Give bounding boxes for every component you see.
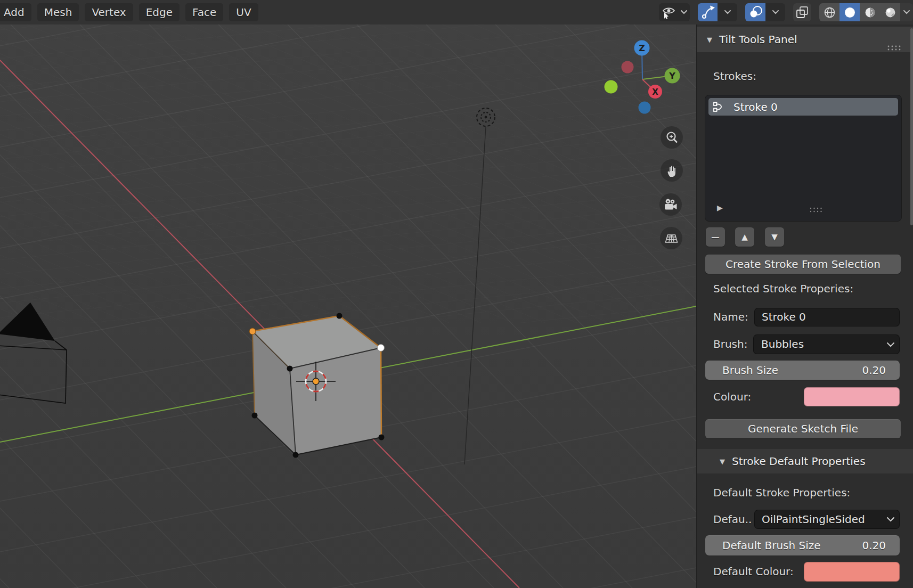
- chevron-down-icon[interactable]: [900, 3, 913, 21]
- chevron-down-icon: [887, 517, 894, 522]
- default-brush-size-slider[interactable]: Default Brush Size 0.20: [705, 535, 900, 556]
- hand-icon: [665, 164, 679, 177]
- camera-icon: [663, 198, 678, 211]
- default-stroke-properties-label: Default Stroke Properties:: [713, 486, 850, 499]
- default-brush-select-value: OilPaintSingleSided: [762, 513, 865, 526]
- default-brush-label: Defau..: [713, 510, 753, 529]
- selected-vertex[interactable]: [249, 328, 256, 334]
- camera-view-button[interactable]: [659, 193, 682, 216]
- proportional-editing-icon[interactable]: [745, 3, 765, 21]
- menu-mesh[interactable]: Mesh: [37, 3, 79, 21]
- shading-solid-icon[interactable]: [839, 3, 860, 21]
- selected-edge: [381, 348, 381, 437]
- gizmo-neg-z-ball[interactable]: [639, 102, 651, 114]
- move-stroke-down-button[interactable]: ▼: [765, 227, 784, 247]
- list-resize-grip-icon[interactable]: [810, 207, 822, 213]
- default-colour-label: Default Colour:: [713, 562, 794, 582]
- panel-drag-dots-icon[interactable]: [887, 45, 902, 51]
- gizmo-x-label: X: [652, 87, 658, 97]
- chevron-down-icon: [887, 342, 894, 347]
- triangle-down-icon: ▼: [771, 232, 778, 242]
- edit-mode-menus: Add Mesh Vertex Edge Face UV: [0, 3, 258, 21]
- active-vertex[interactable]: [378, 345, 385, 352]
- snap-arc-icon[interactable]: [698, 3, 718, 21]
- gizmo-neg-y-ball[interactable]: [605, 80, 618, 94]
- chevron-down-icon[interactable]: [718, 3, 737, 21]
- list-filter-toggle-icon[interactable]: ▶: [717, 203, 723, 212]
- vertex[interactable]: [293, 452, 299, 458]
- brush-select[interactable]: Bubbles: [753, 334, 900, 354]
- vertex[interactable]: [287, 366, 293, 372]
- colour-swatch[interactable]: [804, 387, 900, 406]
- colour-label: Colour:: [713, 387, 751, 406]
- shading-wireframe-icon[interactable]: [819, 3, 839, 21]
- brush-size-value: 0.20: [862, 364, 886, 377]
- name-label: Name:: [713, 308, 748, 326]
- stroke-curve-icon: [712, 101, 725, 113]
- vertex[interactable]: [337, 313, 343, 319]
- menu-vertex[interactable]: Vertex: [85, 3, 133, 21]
- tilt-tools-panel: ▼ Tilt Tools Panel Strokes: Stroke 0 ▶: [696, 24, 913, 588]
- stroke-item-label: Stroke 0: [733, 101, 778, 113]
- menu-uv[interactable]: UV: [229, 3, 258, 21]
- selected-stroke-properties-label: Selected Stroke Properies:: [713, 282, 853, 295]
- gizmo-neg-x-ball[interactable]: [622, 61, 634, 74]
- create-stroke-button[interactable]: Create Stroke From Selection: [705, 255, 901, 274]
- vertex[interactable]: [252, 413, 258, 419]
- shading-rendered-icon[interactable]: [880, 3, 900, 21]
- brush-size-label: Brush Size: [722, 364, 778, 377]
- snap-group: [698, 3, 737, 21]
- vertex[interactable]: [379, 435, 385, 440]
- triangle-up-icon: ▲: [741, 232, 748, 242]
- stroke-defaults-subpanel-header[interactable]: ▼ Stroke Default Properties: [697, 449, 913, 473]
- panel-header[interactable]: ▼ Tilt Tools Panel: [697, 27, 913, 52]
- chevron-down-icon[interactable]: [765, 3, 785, 21]
- default-brush-size-label: Default Brush Size: [722, 539, 821, 552]
- default-colour-swatch[interactable]: [804, 562, 900, 582]
- stroke-list-item[interactable]: Stroke 0: [708, 98, 898, 116]
- viewport-shading-group: [819, 3, 913, 21]
- magnifier-plus-icon: [665, 130, 679, 144]
- stroke-name-input[interactable]: Stroke 0: [754, 308, 900, 326]
- menu-edge[interactable]: Edge: [139, 3, 180, 21]
- toggle-grid-button[interactable]: [660, 227, 682, 249]
- viewport-header: Add Mesh Vertex Edge Face UV: [0, 0, 913, 25]
- generate-sketch-button[interactable]: Generate Sketch File: [705, 419, 901, 438]
- overlays-group: [793, 3, 811, 21]
- proportional-editing-group: [745, 3, 785, 21]
- overlays-icon[interactable]: [793, 3, 811, 21]
- grid-icon: [664, 231, 679, 246]
- default-brush-select[interactable]: OilPaintSingleSided: [754, 510, 900, 529]
- strokes-section-label: Strokes:: [713, 70, 756, 83]
- menu-face[interactable]: Face: [185, 3, 223, 21]
- brush-label: Brush:: [713, 334, 747, 354]
- menu-add[interactable]: Add: [0, 3, 31, 21]
- gizmo-z-label: Z: [639, 43, 645, 53]
- chevron-down-icon[interactable]: [678, 3, 690, 21]
- blender-window: Add Mesh Vertex Edge Face UV: [0, 0, 913, 588]
- object-visibility-group: [659, 3, 690, 21]
- gizmo-y-label: Y: [669, 71, 675, 81]
- collapse-triangle-icon[interactable]: ▼: [720, 458, 725, 466]
- panel-scrollbar[interactable]: [910, 28, 913, 225]
- viewport-background: [0, 24, 696, 588]
- strokes-list[interactable]: Stroke 0 ▶: [705, 95, 902, 222]
- shading-material-icon[interactable]: [860, 3, 880, 21]
- remove-stroke-button[interactable]: −: [706, 227, 725, 247]
- collapse-triangle-icon[interactable]: ▼: [707, 36, 712, 44]
- default-brush-size-value: 0.20: [862, 539, 886, 552]
- panel-title: Tilt Tools Panel: [719, 33, 797, 46]
- zoom-button[interactable]: [661, 126, 683, 149]
- minus-icon: −: [711, 231, 720, 244]
- brush-size-slider[interactable]: Brush Size 0.20: [705, 361, 900, 380]
- visibility-eye-pointer-icon[interactable]: [659, 3, 678, 21]
- pan-button[interactable]: [661, 159, 683, 182]
- move-stroke-up-button[interactable]: ▲: [735, 227, 754, 247]
- brush-select-value: Bubbles: [761, 338, 804, 350]
- viewport-3d[interactable]: Z Y X: [0, 24, 696, 588]
- subpanel-title: Stroke Default Properties: [732, 455, 866, 468]
